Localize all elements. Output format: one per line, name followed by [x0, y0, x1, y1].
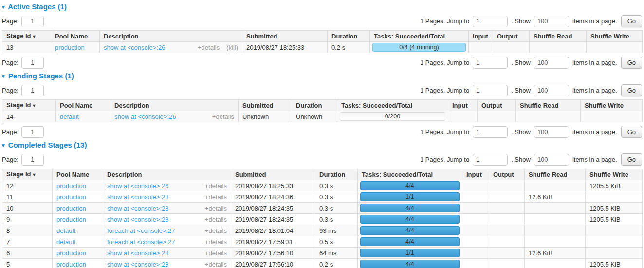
details-toggle[interactable]: +details: [205, 216, 227, 223]
page-input[interactable]: [21, 85, 44, 96]
page-input[interactable]: [21, 154, 44, 166]
details-toggle[interactable]: +details: [205, 182, 227, 190]
shuffle-write-cell: [587, 42, 643, 53]
column-header-tasks-succeeded-total[interactable]: Tasks: Succeeded/Total: [358, 169, 462, 180]
task-progress-bar: 4/4: [360, 260, 460, 268]
jump-to-input[interactable]: [473, 16, 508, 27]
pagination-bar: Page: 1 Pages. Jump to . Show items in a…: [2, 126, 642, 138]
page-input[interactable]: [21, 16, 44, 27]
stage-description-link[interactable]: show at <console>:26: [104, 44, 165, 51]
column-header-stage-id[interactable]: Stage Id▾: [2, 31, 51, 42]
column-header-submitted[interactable]: Submitted: [242, 31, 328, 42]
column-header-pool-name[interactable]: Pool Name: [51, 31, 100, 42]
show-input[interactable]: [534, 16, 569, 27]
jump-to-input[interactable]: [473, 85, 508, 96]
stage-description-link[interactable]: show at <console>:26: [107, 182, 168, 190]
column-header-output[interactable]: Output: [478, 100, 516, 111]
column-header-input[interactable]: Input: [462, 169, 489, 180]
column-header-shuffle-write[interactable]: Shuffle Write: [586, 169, 643, 180]
column-header-duration[interactable]: Duration: [328, 31, 370, 42]
column-header-description[interactable]: Description: [103, 169, 231, 180]
details-toggle[interactable]: +details: [205, 193, 227, 201]
page-input[interactable]: [21, 126, 44, 138]
stage-description-link[interactable]: show at <console>:28: [107, 261, 168, 268]
show-input[interactable]: [534, 57, 569, 69]
stage-id-cell: 14: [2, 111, 56, 122]
go-button[interactable]: Go: [621, 126, 642, 138]
column-header-duration[interactable]: Duration: [292, 100, 337, 111]
stage-description-link[interactable]: foreach at <console>:27: [107, 238, 175, 246]
details-toggle[interactable]: +details: [205, 238, 227, 246]
column-header-tasks-succeeded-total[interactable]: Tasks: Succeeded/Total: [370, 31, 469, 42]
pages-count-text: 1 Pages. Jump to: [420, 59, 469, 66]
details-toggle[interactable]: +details: [198, 44, 220, 51]
column-header-shuffle-read[interactable]: Shuffle Read: [516, 100, 581, 111]
column-header-description[interactable]: Description: [110, 100, 239, 111]
column-header-tasks-succeeded-total[interactable]: Tasks: Succeeded/Total: [337, 100, 448, 111]
column-header-input[interactable]: Input: [469, 31, 493, 42]
pool-name-link[interactable]: default: [56, 227, 75, 234]
details-toggle[interactable]: +details: [205, 205, 227, 212]
stage-description-link[interactable]: show at <console>:28: [107, 216, 168, 223]
column-header-duration[interactable]: Duration: [315, 169, 358, 180]
pool-name-link[interactable]: production: [56, 216, 86, 223]
stage-description-link[interactable]: show at <console>:28: [107, 249, 168, 257]
column-header-output[interactable]: Output: [489, 169, 525, 180]
input-cell: [448, 111, 478, 122]
column-header-description[interactable]: Description: [100, 31, 242, 42]
go-button[interactable]: Go: [621, 15, 642, 27]
show-input[interactable]: [534, 154, 569, 166]
jump-to-input[interactable]: [473, 57, 508, 69]
show-input[interactable]: [534, 85, 569, 96]
pool-name-link[interactable]: production: [56, 205, 86, 212]
column-header-shuffle-write[interactable]: Shuffle Write: [587, 31, 643, 42]
column-header-pool-name[interactable]: Pool Name: [56, 100, 110, 111]
details-toggle[interactable]: +details: [205, 261, 227, 268]
section-header-active[interactable]: ▾ Active Stages (1): [2, 2, 642, 11]
show-input[interactable]: [534, 126, 569, 138]
collapse-arrow-icon: ▾: [2, 4, 5, 10]
input-cell: [462, 236, 489, 248]
column-header-stage-id[interactable]: Stage Id▾: [2, 100, 56, 111]
pool-name-link[interactable]: default: [56, 238, 75, 246]
submitted-cell: 2019/08/27 17:59:31: [231, 236, 315, 248]
page-input[interactable]: [21, 57, 44, 69]
go-button[interactable]: Go: [621, 84, 642, 96]
details-toggle[interactable]: +details: [205, 249, 227, 257]
submitted-cell: 2019/08/27 18:01:04: [231, 225, 315, 236]
pool-name-link[interactable]: production: [55, 44, 85, 51]
column-header-shuffle-read[interactable]: Shuffle Read: [530, 31, 587, 42]
task-progress-label: 0/4 (4 running): [373, 43, 465, 51]
column-header-submitted[interactable]: Submitted: [231, 169, 315, 180]
jump-to-input[interactable]: [473, 154, 508, 166]
stage-description-link[interactable]: foreach at <console>:27: [107, 227, 175, 234]
column-header-shuffle-read[interactable]: Shuffle Read: [525, 169, 586, 180]
stage-description-link[interactable]: show at <console>:26: [114, 113, 176, 120]
column-header-input[interactable]: Input: [448, 100, 478, 111]
details-toggle[interactable]: +details: [205, 227, 227, 234]
pool-name-link[interactable]: production: [56, 261, 86, 268]
kill-link[interactable]: (kill): [226, 44, 238, 51]
column-header-stage-id[interactable]: Stage Id▾: [2, 169, 53, 180]
section-header-completed[interactable]: ▾ Completed Stages (13): [2, 141, 642, 149]
go-button[interactable]: Go: [621, 153, 642, 166]
pool-name-link[interactable]: production: [56, 182, 86, 190]
task-progress-label: 0/200: [340, 113, 445, 120]
pool-name-link[interactable]: default: [60, 113, 79, 120]
jump-to-input[interactable]: [473, 126, 508, 138]
sort-desc-icon: ▾: [33, 172, 36, 177]
pool-name-link[interactable]: production: [56, 249, 86, 257]
details-toggle[interactable]: +details: [212, 113, 234, 120]
stage-description-link[interactable]: show at <console>:28: [107, 205, 168, 212]
column-header-shuffle-write[interactable]: Shuffle Write: [581, 100, 643, 111]
column-header-output[interactable]: Output: [493, 31, 530, 42]
pool-name-link[interactable]: production: [56, 193, 86, 201]
column-header-pool-name[interactable]: Pool Name: [53, 169, 103, 180]
section-header-pending[interactable]: ▾ Pending Stages (1): [2, 72, 642, 80]
column-header-submitted[interactable]: Submitted: [239, 100, 292, 111]
stage-description-link[interactable]: show at <console>:28: [107, 193, 168, 201]
description-wrap: show at <console>:28+details: [107, 216, 227, 223]
go-button[interactable]: Go: [621, 57, 642, 69]
description-cell: show at <console>:26+details(kill): [100, 42, 242, 53]
input-cell: [462, 180, 489, 191]
